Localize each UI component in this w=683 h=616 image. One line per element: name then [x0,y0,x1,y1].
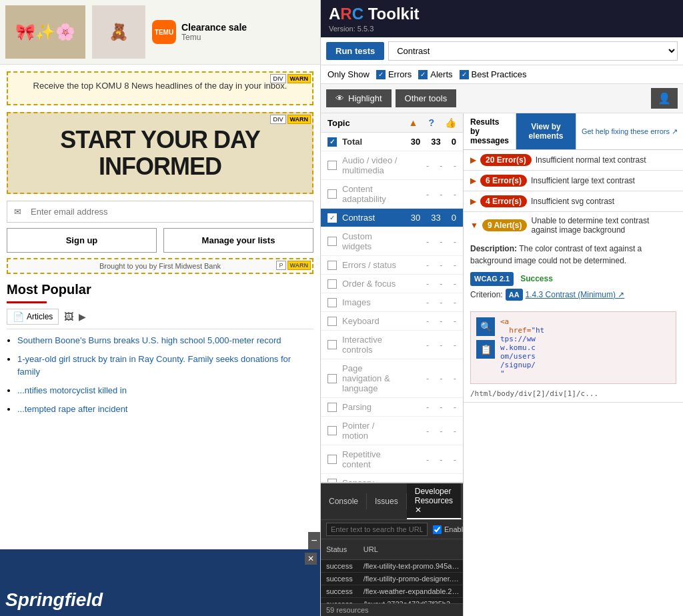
code-icons: 🔍 📋 [476,317,495,359]
col-url: URL [358,539,463,560]
topic-row-errors[interactable]: Errors / status - - - [321,256,463,275]
minimize-bar[interactable]: − [308,532,320,549]
hero-warn-badge: WARN [287,115,311,124]
topic-row-total[interactable]: ✓ Total 30 33 0 [321,133,463,151]
criterion-row: Criterion: AA 1.4.3 Contrast (Minimum) ↗ [470,289,676,301]
view-by-elements-button[interactable]: View by elements [516,113,576,149]
devtools-tab-issues[interactable]: Issues [367,493,407,509]
left-panel: 🎀✨🌸 🧸 TEMU Clearance sale Temu DIV WARN … [0,0,320,616]
errors-status-checkbox[interactable] [327,261,337,270]
contrast-counts: 30 33 0 [403,213,456,223]
error-badge-4: 4 Error(s) [480,195,527,207]
topic-row-widgets[interactable]: Custom widgets - - - [321,227,463,256]
hero-box: DIV WARN START YOUR DAY INFORMED [7,112,313,194]
alert-item-9-header[interactable]: ▼ 9 Alert(s) Unable to determine text co… [464,212,683,239]
topic-name-pointer: Pointer / motion [342,421,403,441]
arc-logo-a: A [329,5,340,23]
topic-name-total: Total [342,137,403,147]
criterion-link[interactable]: 1.4.3 Contrast (Minimum) ↗ [526,289,625,301]
devtools-tab-console[interactable]: Console [321,493,367,509]
best-practices-checkbox[interactable]: ✓ [460,70,469,79]
best-practices-checkbox-label[interactable]: ✓ Best Practices [460,69,527,79]
total-count-1: 30 [411,137,420,147]
images-checkbox[interactable] [327,298,337,307]
content-checkbox[interactable] [327,189,337,199]
topic-row-audio[interactable]: Audio / video / multimedia - - - [321,151,463,180]
topic-row-interactive[interactable]: Interactive controls - - - [321,331,463,359]
repetitive-checkbox[interactable] [327,455,337,464]
image-tab-icon[interactable]: 🖼 [64,311,73,322]
video-tab-icon[interactable]: ▶ [79,311,86,322]
news-link-1[interactable]: Southern Boone's Burns breaks U.S. high … [17,335,281,345]
news-list: Southern Boone's Burns breaks U.S. high … [7,335,313,415]
topic-name-errors: Errors / status [342,260,403,270]
order-checkbox[interactable] [327,279,337,289]
alert-item-9: ▼ 9 Alert(s) Unable to determine text co… [464,212,683,403]
signup-button[interactable]: Sign up [7,228,157,253]
toolbar-row: 👁 Highlight Other tools 👤 [321,84,683,113]
cell-url: /flex-utility-promo-designer.a27bf [358,573,463,585]
error-item-20-header[interactable]: ▶ 20 Error(s) Insufficient normal text c… [464,150,683,170]
email-input[interactable] [28,201,313,222]
topic-row-navigation[interactable]: Page navigation & language - - - [321,359,463,398]
topic-row-content[interactable]: Content adaptability - - - [321,180,463,209]
topic-name-parsing: Parsing [342,402,403,412]
manage-button[interactable]: Manage your lists [163,228,313,253]
close-button[interactable]: ✕ [305,553,317,565]
div-badge: DIV [270,74,285,83]
news-link-3[interactable]: ...ntifies motorcyclist killed in [17,385,127,395]
topic-row-keyboard[interactable]: Keyboard - - - [321,312,463,331]
highlight-button[interactable]: 👁 Highlight [326,89,392,107]
error-item-4: ▶ 4 Error(s) Insufficient svg contrast [464,191,683,212]
topic-row-parsing[interactable]: Parsing - - - [321,398,463,417]
topic-row-pointer[interactable]: Pointer / motion - - - [321,417,463,445]
errors-checkbox-label[interactable]: ✓ Errors [376,69,412,79]
keyboard-checkbox[interactable] [327,317,337,326]
topic-row-contrast[interactable]: ✓ Contrast 30 33 0 [321,209,463,227]
interactive-checkbox[interactable] [327,340,337,349]
news-link-2[interactable]: 1-year-old girl struck by train in Ray C… [17,354,291,376]
alert-title-9: Unable to determine text contrast agains… [531,216,676,235]
brought-warn-badge: WARN [287,261,311,270]
ad-store: Temu [181,33,247,42]
topic-row-order[interactable]: Order & focus - - - [321,275,463,293]
alerts-checkbox[interactable]: ✓ [418,70,428,79]
total-checkbox[interactable]: ✓ [327,137,337,147]
error-item-4-header[interactable]: ▶ 4 Error(s) Insufficient svg contrast [464,191,683,211]
navigation-checkbox[interactable] [327,374,337,383]
hero-title: START YOUR DAY INFORMED [21,127,299,179]
topic-row-images[interactable]: Images - - - [321,293,463,312]
contrast-select[interactable]: Contrast [388,41,678,61]
contrast-count-3: 0 [452,213,456,223]
devtools-tab-developer-resources[interactable]: Developer Resources ✕ [407,483,462,519]
get-help-link[interactable]: Get help fixing these errors ↗ [576,113,683,149]
enable-loading-checkbox[interactable] [433,525,442,534]
devtools-search-input[interactable] [326,523,428,536]
topic-row-sensory[interactable]: Sensory - - - [321,474,463,483]
results-by-messages-button[interactable]: Results by messages [464,113,516,149]
errors-checkbox[interactable]: ✓ [376,70,386,79]
arc-main-area: Topic ▲ ? 👍 ✓ Total 30 33 0 [321,113,683,616]
enable-loading-label[interactable]: Enable loading through target [433,525,463,534]
contrast-checkbox[interactable]: ✓ [327,213,337,223]
other-tools-button[interactable]: Other tools [396,89,457,107]
alerts-checkbox-label[interactable]: ✓ Alerts [418,69,452,79]
total-count-3: 0 [452,137,456,147]
copy-code-button[interactable]: 📋 [476,340,495,359]
widgets-checkbox[interactable] [327,237,337,246]
sensory-counts: - - - [403,478,456,483]
navigation-counts: - - - [403,373,456,383]
pointer-checkbox[interactable] [327,426,337,435]
topic-name-repetitive: Repetitive content [342,449,403,469]
error-item-6-header[interactable]: ▶ 6 Error(s) Insufficient large text con… [464,171,683,191]
person-button[interactable]: 👤 [651,88,678,109]
audio-checkbox[interactable] [327,161,337,170]
news-link-4[interactable]: ...tempted rape after incident [17,404,127,414]
arc-toolkit-panel: ARC Toolkit Version: 5.5.3 Run tests Con… [320,0,683,616]
articles-tab[interactable]: 📄 Articles [7,309,59,325]
run-tests-button[interactable]: Run tests [326,42,384,60]
error-col-icon: ▲ [409,117,418,128]
topic-row-repetitive[interactable]: Repetitive content - - - [321,445,463,474]
search-code-button[interactable]: 🔍 [476,317,495,336]
parsing-checkbox[interactable] [327,403,337,412]
